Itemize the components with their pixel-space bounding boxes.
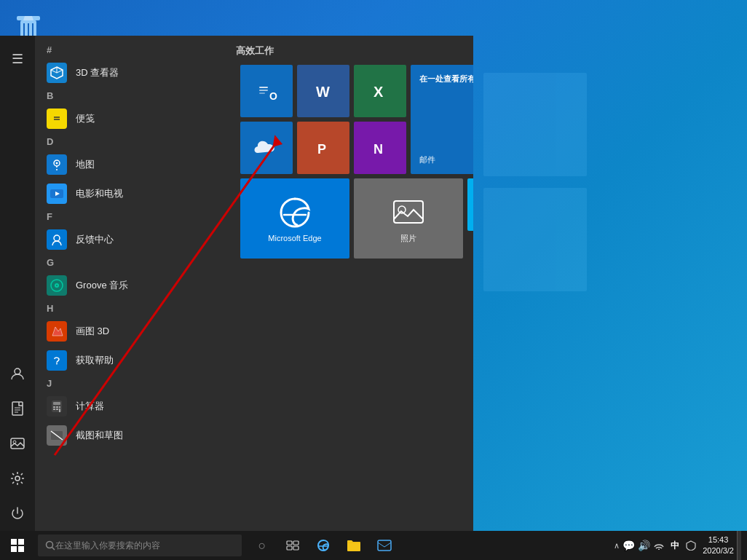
- tile-mail-footer: 邮件: [419, 154, 473, 165]
- hamburger-icon: ☰: [12, 51, 23, 67]
- language-indicator[interactable]: 中: [668, 540, 682, 552]
- tile-edge-label: Microsoft Edge: [268, 234, 321, 242]
- tile-small-onedrive[interactable]: [240, 122, 293, 174]
- tile-small-outlook[interactable]: O: [240, 65, 293, 117]
- svg-rect-32: [56, 409, 58, 410]
- svg-rect-10: [11, 438, 24, 449]
- svg-text:O: O: [269, 90, 277, 102]
- tile-small-excel[interactable]: X: [354, 65, 406, 117]
- edge-taskbar-icon: [317, 539, 330, 552]
- user-icon[interactable]: [0, 356, 35, 391]
- app-item-movie[interactable]: 电影和电视: [35, 179, 224, 208]
- tile-photos[interactable]: 照片: [354, 178, 463, 259]
- app-label-movie: 电影和电视: [76, 187, 123, 200]
- desktop: 回收站 ☰: [0, 0, 747, 560]
- tile-small-word[interactable]: W: [297, 65, 349, 117]
- svg-text:X: X: [374, 84, 384, 100]
- explorer-taskbar-button[interactable]: [339, 531, 368, 560]
- svg-rect-29: [56, 406, 58, 408]
- svg-rect-33: [59, 409, 60, 412]
- search-placeholder: 在这里输入你要搜索的内容: [55, 540, 160, 552]
- app-item-paint3d[interactable]: 画图 3D: [35, 317, 224, 346]
- svg-text:P: P: [317, 142, 326, 157]
- svg-rect-6: [12, 402, 23, 415]
- app-list: # 3D 查看器 B: [35, 36, 224, 531]
- svg-rect-56: [287, 541, 292, 545]
- app-item-snip[interactable]: 截图和草图: [35, 421, 224, 450]
- app-item-groove[interactable]: Groove 音乐: [35, 271, 224, 300]
- svg-rect-59: [293, 546, 299, 550]
- taskbar-search[interactable]: 在这里输入你要搜索的内容: [38, 535, 242, 556]
- cortana-button[interactable]: ○: [248, 531, 277, 560]
- svg-rect-53: [18, 546, 24, 552]
- app-item-calc[interactable]: 计算器: [35, 392, 224, 421]
- task-view-icon: [286, 540, 299, 551]
- app-item-map[interactable]: 地图: [35, 150, 224, 179]
- svg-line-55: [52, 548, 55, 551]
- svg-rect-27: [53, 402, 60, 405]
- app-label-feedback: 反馈中心: [76, 233, 114, 246]
- windows-defender-icon: [685, 540, 697, 551]
- taskbar: 在这里输入你要搜索的内容 ○: [0, 531, 747, 560]
- svg-rect-58: [287, 546, 292, 550]
- tile-small-onenote[interactable]: N: [354, 122, 406, 174]
- taskbar-tray: ∧ 💬 🔊 中: [614, 540, 697, 552]
- section-header-b: B: [35, 87, 224, 104]
- app-icon-groove: [47, 275, 67, 296]
- svg-rect-31: [53, 409, 55, 410]
- svg-rect-50: [11, 539, 17, 545]
- tray-network-icon[interactable]: [653, 540, 665, 552]
- tile-group-small: O W X: [240, 65, 406, 174]
- app-icon-feedback: [47, 229, 67, 250]
- tile-edge[interactable]: Microsoft Edge: [240, 178, 349, 259]
- svg-point-25: [56, 363, 58, 365]
- cortana-icon: ○: [258, 538, 266, 553]
- show-desktop-button[interactable]: [737, 531, 741, 560]
- edge-taskbar-button[interactable]: [309, 531, 338, 560]
- tray-chat-icon[interactable]: 💬: [622, 540, 635, 551]
- app-item-help[interactable]: 获取帮助: [35, 346, 224, 375]
- clock-date: 2020/3/2: [703, 545, 734, 556]
- svg-rect-46: [394, 201, 423, 223]
- svg-point-12: [15, 476, 20, 481]
- photos-icon: [390, 194, 427, 230]
- tiles-second-col-row2: Microsoft Edge 照片: [240, 178, 473, 259]
- svg-text:N: N: [374, 142, 383, 157]
- settings-icon[interactable]: [0, 461, 35, 496]
- app-item-feedback[interactable]: 反馈中心: [35, 225, 224, 254]
- section-header-g: G: [35, 254, 224, 271]
- search-icon: [45, 540, 55, 551]
- tile-mail-label: 邮件: [419, 154, 435, 165]
- task-view-button[interactable]: [278, 531, 307, 560]
- svg-point-24: [51, 355, 63, 366]
- section-header-f: F: [35, 208, 224, 225]
- section-header-d: D: [35, 133, 224, 150]
- app-label-3d-viewer: 3D 查看器: [76, 66, 119, 79]
- tile-skype[interactable]: [467, 178, 473, 231]
- file-icon[interactable]: [0, 391, 35, 426]
- start-button[interactable]: [0, 531, 35, 560]
- app-icon-help: [47, 350, 67, 371]
- app-label-snip: 截图和草图: [76, 429, 123, 442]
- app-icon-paint3d: [47, 321, 67, 342]
- svg-rect-28: [53, 406, 55, 408]
- hamburger-menu[interactable]: ☰: [0, 42, 35, 76]
- app-item-notes[interactable]: 便笺: [35, 104, 224, 133]
- tile-small-powerpoint[interactable]: P: [297, 122, 349, 174]
- images-icon[interactable]: [0, 426, 35, 461]
- app-label-map: 地图: [76, 158, 95, 171]
- app-label-paint3d: 画图 3D: [76, 325, 109, 338]
- app-icon-calc: [47, 396, 67, 417]
- taskbar-right: ∧ 💬 🔊 中 15:43 2020/3/2: [614, 531, 747, 560]
- tile-mail[interactable]: 在一处查看所有邮件 邮件: [411, 65, 473, 174]
- app-item-3d-viewer[interactable]: 3D 查看器: [35, 58, 224, 87]
- mail-taskbar-button[interactable]: [370, 531, 399, 560]
- tray-volume-icon[interactable]: 🔊: [638, 540, 650, 551]
- taskbar-clock[interactable]: 15:43 2020/3/2: [703, 535, 734, 557]
- tiles-area: 高效工作 O W X ☁ P N Office: [224, 36, 473, 531]
- edge-icon: [277, 194, 313, 231]
- svg-point-20: [54, 235, 60, 241]
- power-icon[interactable]: [0, 496, 35, 531]
- tray-expand-icon[interactable]: ∧: [614, 541, 620, 551]
- svg-rect-38: [259, 90, 268, 91]
